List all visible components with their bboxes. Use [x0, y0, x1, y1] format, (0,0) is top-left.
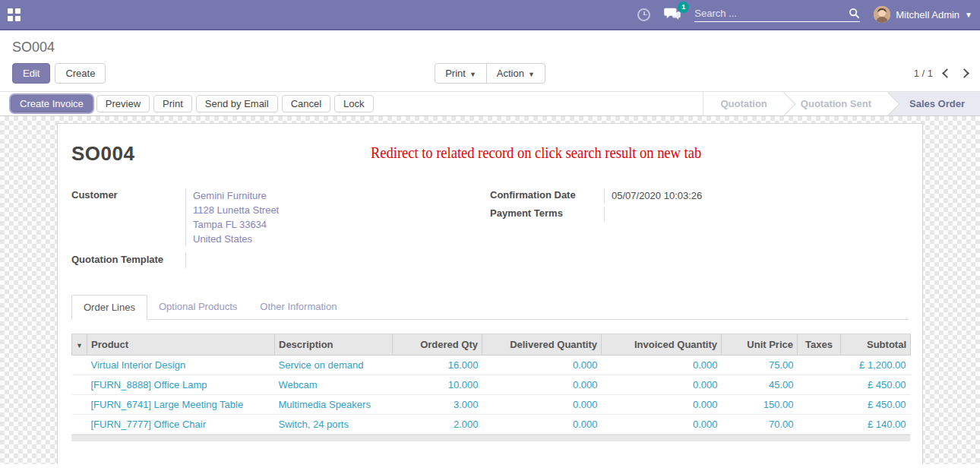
tab-order-lines[interactable]: Order Lines — [71, 295, 147, 320]
cell-ordered-qty[interactable]: 10.000 — [393, 375, 482, 395]
quotation-template-value[interactable] — [185, 253, 490, 268]
customer-name-link[interactable]: Gemini Furniture — [193, 188, 490, 203]
cell-taxes[interactable] — [798, 356, 841, 375]
tab-optional-products[interactable]: Optional Products — [147, 295, 248, 320]
field-confirmation-date: Confirmation Date 05/07/2020 10:03:26 — [490, 188, 909, 204]
action-dropdown[interactable]: Action▼ — [486, 63, 545, 84]
cell-subtotal[interactable]: £ 450.00 — [841, 395, 911, 415]
pager-next-icon[interactable] — [959, 68, 969, 78]
notebook-tabs: Order Lines Optional Products Other Info… — [71, 295, 909, 320]
field-quotation-template: Quotation Template — [71, 253, 490, 268]
column-ordered-qty[interactable]: Ordered Qty — [393, 334, 482, 356]
group-caret-header[interactable]: ▼ — [72, 334, 87, 356]
cell-subtotal[interactable]: £ 140.00 — [841, 415, 911, 435]
state-quotation-sent[interactable]: Quotation Sent — [784, 92, 888, 115]
cell-subtotal[interactable]: £ 1,200.00 — [841, 356, 911, 375]
cell-invoiced-qty[interactable]: 0.000 — [602, 375, 722, 395]
print-dropdown[interactable]: Print▼ — [435, 63, 487, 84]
cell-ordered-qty[interactable]: 2.000 — [393, 415, 482, 435]
form-sheet: SO004 Redirect to related record on clic… — [57, 123, 923, 464]
table-footer-strip — [71, 435, 910, 441]
customer-country: United States — [193, 232, 490, 246]
cell-delivered-qty[interactable]: 0.000 — [482, 375, 602, 395]
cell-description[interactable]: Webcam — [275, 375, 393, 395]
state-sales-order[interactable]: Sales Order — [888, 92, 980, 115]
user-menu[interactable]: Mitchell Admin ▼ — [874, 6, 972, 23]
lock-button[interactable]: Lock — [334, 95, 373, 112]
send-by-email-button[interactable]: Send by Email — [196, 95, 278, 112]
activities-clock-icon[interactable] — [637, 8, 650, 21]
table-header-row: ▼ Product Description Ordered Qty Delive… — [72, 334, 911, 356]
status-pipeline: Quotation Quotation Sent Sales Order — [703, 92, 980, 115]
cell-product[interactable]: [FURN_6741] Large Meeting Table — [87, 395, 275, 415]
pager-value: 1 / 1 — [914, 68, 933, 79]
edit-button[interactable]: Edit — [12, 63, 50, 84]
cell-invoiced-qty[interactable]: 0.000 — [602, 356, 722, 375]
table-row[interactable]: Virtual Interior Design Service on deman… — [72, 356, 911, 375]
cell-product[interactable]: [FURN_7777] Office Chair — [87, 415, 275, 435]
print-button[interactable]: Print — [153, 95, 192, 112]
column-description[interactable]: Description — [275, 334, 393, 356]
create-invoice-button[interactable]: Create Invoice — [11, 95, 93, 112]
customer-street: 1128 Lunetta Street — [193, 203, 490, 217]
customer-label: Customer — [71, 188, 185, 246]
messages-count-badge: 1 — [678, 2, 689, 13]
magnifier-icon[interactable] — [849, 8, 860, 19]
breadcrumb-title: SO004 — [12, 40, 55, 55]
tab-other-information[interactable]: Other Information — [248, 295, 348, 320]
cell-ordered-qty[interactable]: 16.000 — [393, 356, 482, 375]
cell-invoiced-qty[interactable]: 0.000 — [602, 415, 722, 435]
cell-invoiced-qty[interactable]: 0.000 — [602, 395, 722, 415]
create-button[interactable]: Create — [55, 63, 106, 84]
cell-description[interactable]: Multimedia Speakers — [275, 395, 393, 415]
untaxed-amount-label: Untaxed Amount: — [739, 462, 821, 464]
cell-ordered-qty[interactable]: 3.000 — [393, 395, 482, 415]
field-payment-terms: Payment Terms — [490, 207, 909, 222]
table-row[interactable]: [FURN_6741] Large Meeting Table Multimed… — [72, 395, 911, 415]
cell-delivered-qty[interactable]: 0.000 — [482, 395, 602, 415]
breadcrumb: SO004 — [0, 30, 980, 55]
search-input[interactable] — [694, 8, 849, 19]
table-row[interactable]: [FURN_8888] Office Lamp Webcam 10.000 0.… — [72, 375, 911, 395]
control-panel: Edit Create Print▼ Action▼ 1 / 1 — [0, 55, 980, 91]
cell-delivered-qty[interactable]: 0.000 — [482, 356, 602, 375]
global-search[interactable] — [694, 8, 860, 22]
cell-description[interactable]: Service on demand — [275, 356, 393, 375]
totals: Untaxed Amount: £ 2,240.00 — [71, 462, 909, 464]
caret-down-icon: ▼ — [528, 71, 535, 78]
column-invoiced-qty[interactable]: Invoiced Quantity — [602, 334, 722, 356]
cell-description[interactable]: Switch, 24 ports — [275, 415, 393, 435]
confirmation-date-label: Confirmation Date — [490, 188, 604, 204]
column-unit-price[interactable]: Unit Price — [722, 334, 798, 356]
statusbar: Create Invoice Preview Print Send by Ema… — [0, 91, 980, 116]
cell-unit-price[interactable]: 45.00 — [722, 375, 798, 395]
field-group-right: Confirmation Date 05/07/2020 10:03:26 Pa… — [490, 188, 909, 275]
column-delivered-qty[interactable]: Delivered Quantity — [482, 334, 602, 356]
cell-product[interactable]: Virtual Interior Design — [87, 356, 275, 375]
apps-menu-icon[interactable] — [8, 8, 21, 21]
cell-unit-price[interactable]: 70.00 — [722, 415, 798, 435]
payment-terms-label: Payment Terms — [490, 207, 604, 222]
messages-menu[interactable]: 1 — [664, 7, 681, 23]
column-taxes[interactable]: Taxes — [798, 334, 841, 356]
cell-delivered-qty[interactable]: 0.000 — [482, 415, 602, 435]
cancel-button[interactable]: Cancel — [282, 95, 330, 112]
preview-button[interactable]: Preview — [96, 95, 150, 112]
cell-product[interactable]: [FURN_8888] Office Lamp — [87, 375, 275, 395]
customer-city: Tampa FL 33634 — [193, 217, 490, 232]
top-navbar: 1 Mitchell Admin ▼ — [0, 0, 980, 30]
table-row[interactable]: [FURN_7777] Office Chair Switch, 24 port… — [72, 415, 911, 435]
cell-subtotal[interactable]: £ 450.00 — [841, 375, 911, 395]
pager-previous-icon[interactable] — [942, 68, 952, 78]
cell-taxes[interactable] — [798, 415, 841, 435]
caret-down-icon: ▼ — [76, 342, 83, 349]
column-product[interactable]: Product — [87, 334, 275, 356]
cell-taxes[interactable] — [798, 395, 841, 415]
payment-terms-value[interactable] — [604, 207, 909, 222]
cell-unit-price[interactable]: 75.00 — [722, 356, 798, 375]
cell-taxes[interactable] — [798, 375, 841, 395]
annotation-text: Redirect to related record on click sear… — [371, 144, 701, 163]
cell-unit-price[interactable]: 150.00 — [722, 395, 798, 415]
pager: 1 / 1 — [914, 68, 968, 79]
column-subtotal[interactable]: Subtotal — [841, 334, 911, 356]
